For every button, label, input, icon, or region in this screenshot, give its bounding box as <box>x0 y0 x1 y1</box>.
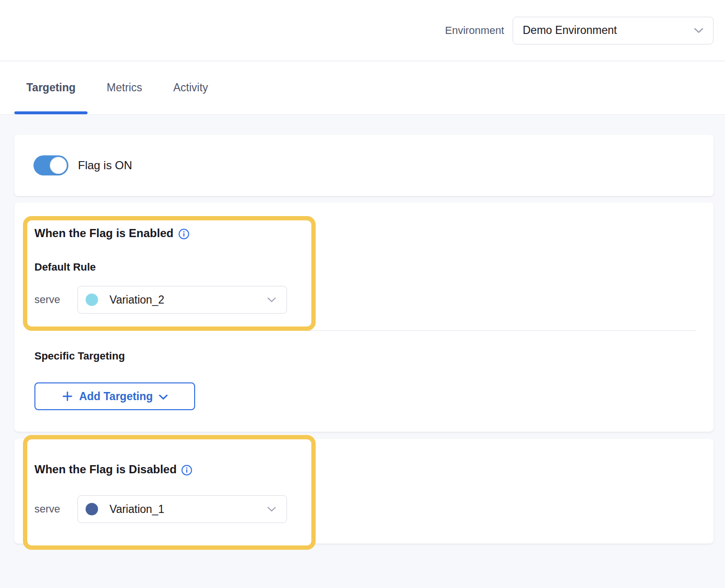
flag-status-card: Flag is ON <box>14 135 714 196</box>
tab-targeting-label: Targeting <box>26 81 76 94</box>
tab-activity-label: Activity <box>173 81 208 94</box>
enabled-section-highlight: When the Flag is Enabled Default Rule se… <box>23 216 316 331</box>
chevron-down-icon <box>267 507 276 512</box>
environment-value: Demo Environment <box>523 24 694 37</box>
tab-bar: Targeting Metrics Activity <box>0 61 725 115</box>
enabled-variation-select[interactable]: Variation_2 <box>77 286 287 314</box>
tab-metrics-label: Metrics <box>107 81 142 94</box>
variation-color-dot <box>86 503 98 515</box>
targeting-rules-card: When the Flag is Enabled Default Rule se… <box>14 203 714 432</box>
targeting-panel: Flag is ON When the Flag is Enabled Defa… <box>0 115 725 544</box>
variation-color-dot <box>86 294 98 306</box>
add-targeting-button[interactable]: Add Targeting <box>34 382 195 410</box>
flag-status-label: Flag is ON <box>78 159 132 172</box>
plus-icon <box>62 391 73 402</box>
chevron-down-icon <box>694 28 703 33</box>
add-targeting-label: Add Targeting <box>79 390 153 403</box>
info-icon[interactable] <box>181 465 192 476</box>
disabled-section-title: When the Flag is Disabled <box>34 462 176 477</box>
disabled-variation-value: Variation_1 <box>110 503 267 516</box>
disabled-rules-card: When the Flag is Disabled serve Variatio… <box>14 439 714 544</box>
chevron-down-icon <box>267 297 276 303</box>
header: Environment Demo Environment <box>0 0 725 61</box>
flag-toggle[interactable] <box>33 155 68 175</box>
disabled-section-highlight: When the Flag is Disabled serve Variatio… <box>23 435 316 550</box>
serve-label: serve <box>34 503 77 515</box>
specific-targeting-title: Specific Targeting <box>34 350 714 362</box>
chevron-down-icon <box>159 394 168 400</box>
tab-activity[interactable]: Activity <box>161 61 220 114</box>
environment-select[interactable]: Demo Environment <box>513 17 714 44</box>
enabled-variation-value: Variation_2 <box>110 294 267 306</box>
active-tab-underline <box>14 111 88 114</box>
disabled-variation-select[interactable]: Variation_1 <box>77 495 287 523</box>
environment-label: Environment <box>445 24 504 37</box>
tab-metrics[interactable]: Metrics <box>95 61 154 114</box>
tab-targeting[interactable]: Targeting <box>14 61 88 114</box>
info-icon[interactable] <box>178 229 189 240</box>
enabled-section-title: When the Flag is Enabled <box>34 226 174 240</box>
default-rule-label: Default Rule <box>34 261 311 273</box>
toggle-knob <box>50 157 67 174</box>
serve-label: serve <box>34 294 77 306</box>
